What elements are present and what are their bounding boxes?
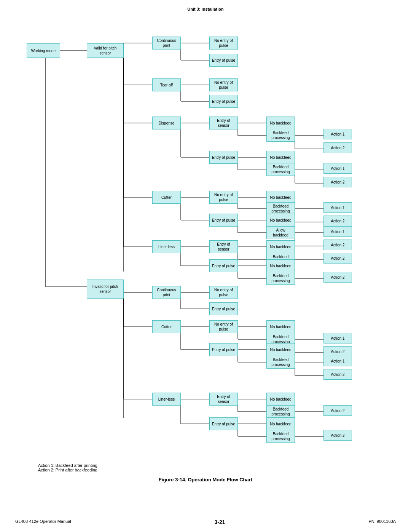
no-entry-pulse-4-node: No entry of pulse — [209, 191, 238, 204]
action2-d1-node: Action 2 — [323, 142, 352, 153]
working-mode-node: Working mode — [27, 43, 60, 58]
backfeed-proc-c3-2-node: Backfeed processing — [266, 356, 295, 369]
entry-sensor-5-node: Entry of sensor — [209, 240, 238, 253]
entry-pulse-3-node: Entry of pulse — [209, 151, 238, 164]
action2-c3-1-node: Action 2 — [323, 346, 352, 357]
page-footer: GL408-412e Operator Manual 3-21 PN: 9001… — [0, 519, 411, 525]
entry-pulse-1-node: Entry of pulse — [209, 54, 238, 67]
no-backfeed-d1-node: No backfeed — [266, 117, 295, 129]
dispense-node: Dispense — [152, 117, 181, 129]
legend: Action 1: Backfeed after printing Action… — [23, 463, 388, 472]
action2-l1-node: Action 2 — [323, 253, 352, 264]
entry-sensor-8-node: Entry of sensor — [209, 393, 238, 406]
action1-c2-node: Action 1 — [323, 226, 352, 237]
action1-c3-1-node: Action 1 — [323, 333, 352, 343]
connector-lines — [23, 14, 388, 460]
entry-pulse-7-node: Entry of pulse — [209, 343, 238, 356]
no-entry-pulse-1-node: No entry of pulse — [209, 37, 238, 50]
backfeed-proc-l3-2-node: Backfeed processing — [266, 430, 295, 443]
continuous-print-2-node: Continuous print — [152, 286, 181, 299]
liner-less-node: Liner less — [152, 240, 181, 253]
no-entry-pulse-7-node: No entry of pulse — [209, 320, 238, 333]
no-backfeed-c1-node: No backfeed — [266, 191, 295, 204]
action2-c2-node: Action 2 — [323, 240, 352, 250]
backfeed-proc-d1-node: Backfeed processing — [266, 129, 295, 142]
figure-caption: Figure 3-14, Operation Mode Flow Chart — [0, 477, 411, 482]
diagram-area: Working mode Valid for pitch sensor Inva… — [23, 14, 388, 460]
backfeed-proc-l3-1-node: Backfeed processing — [266, 405, 295, 418]
action2-c1-node: Action 2 — [323, 216, 352, 226]
action1-c1-node: Action 1 — [323, 202, 352, 213]
action1-d1-node: Action 1 — [323, 129, 352, 139]
no-backfeed-c3-1-node: No backfeed — [266, 320, 295, 333]
allow-backfeed-c2-node: Allow backfeed — [266, 226, 295, 239]
invalid-pitch-node: Invalid for pitch sensor — [87, 280, 124, 299]
footer-center: 3-21 — [215, 519, 225, 525]
no-backfeed-l3-1-node: No backfeed — [266, 393, 295, 406]
no-backfeed-l2-node: No backfeed — [266, 259, 295, 272]
action2-l2-node: Action 2 — [323, 272, 352, 283]
action1-d2-node: Action 1 — [323, 163, 352, 174]
legend-line2: Action 2: Print after backfeeding — [38, 468, 388, 472]
tear-off-node: Tear off — [152, 78, 181, 91]
entry-pulse-4-node: Entry of pulse — [209, 214, 238, 227]
liner-less-2-node: Liner-less — [152, 393, 181, 406]
continuous-print-1-node: Continuous print — [152, 37, 181, 50]
action2-l3-1-node: Action 2 — [323, 405, 352, 416]
no-backfeed-c3-2-node: No backfeed — [266, 343, 295, 356]
backfeed-proc-c1-node: Backfeed processing — [266, 202, 295, 215]
no-backfeed-l1-node: No backfeed — [266, 240, 295, 253]
cutter-2-node: Cutter — [152, 320, 181, 333]
footer-left: GL408-412e Operator Manual — [15, 519, 71, 525]
no-entry-pulse-2-node: No entry of pulse — [209, 78, 238, 91]
action1-c3-2-node: Action 1 — [323, 356, 352, 366]
footer-right: PN: 9001163A — [368, 519, 396, 525]
legend-line1: Action 1: Backfeed after printing — [38, 463, 388, 468]
valid-pitch-node: Valid for pitch sensor — [87, 43, 124, 58]
entry-sensor-3-node: Entry of sensor — [209, 117, 238, 129]
entry-pulse-8-node: Entry of pulse — [209, 417, 238, 430]
no-backfeed-c2-node: No backfeed — [266, 214, 295, 227]
no-entry-pulse-6-node: No entry of pulse — [209, 286, 238, 299]
entry-pulse-6-node: Entry of pulse — [209, 302, 238, 315]
action2-l3-2-node: Action 2 — [323, 430, 352, 441]
backfeed-proc-d2-node: Backfeed processing — [266, 163, 295, 176]
action2-d2-node: Action 2 — [323, 177, 352, 187]
entry-pulse-5-node: Entry of pulse — [209, 259, 238, 272]
entry-pulse-2-node: Entry of pulse — [209, 95, 238, 108]
page-header: Unit 3: Installation — [0, 0, 411, 14]
no-backfeed-d2-node: No backfeed — [266, 151, 295, 164]
no-backfeed-l3-2-node: No backfeed — [266, 417, 295, 430]
backfeed-proc-l2-node: Backfeed processing — [266, 272, 295, 285]
action2-c3-2-node: Action 2 — [323, 369, 352, 380]
cutter-node: Cutter — [152, 191, 181, 204]
